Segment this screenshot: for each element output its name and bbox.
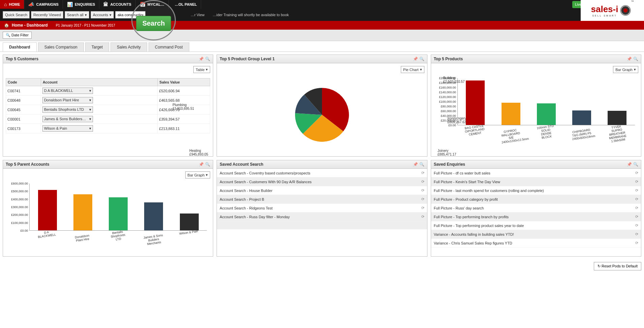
refresh-icon[interactable]: ⟳ (635, 188, 638, 193)
refresh-icon[interactable]: ⟳ (635, 206, 638, 210)
widget-body: Full Picture - df cs water butt sales⟳Fu… (431, 169, 641, 256)
list-item-label: Full Picture - Product category by profi… (434, 197, 498, 201)
search-scope-select[interactable]: Search all (65, 11, 89, 19)
reset-pods-button[interactable]: ↻ Reset Pods to Default (594, 262, 641, 270)
quick-search-button[interactable]: Quick Search (3, 11, 30, 19)
list-item-label: Full Picture - Russ' day search (434, 206, 484, 210)
zoom-icon[interactable]: 🔍 (205, 57, 210, 61)
bars (457, 78, 635, 125)
nav-item-home[interactable]: ⌂HOME (0, 0, 24, 9)
table-row: C00001 James & Sons Builders… £359,394.5… (6, 114, 210, 124)
list-item[interactable]: Account Search - Project B⟳ (217, 195, 427, 204)
list-item[interactable]: Full Picture - Russ' day search⟳ (431, 204, 641, 212)
bar[interactable] (180, 214, 199, 230)
search-button[interactable]: Search (136, 16, 171, 31)
col-header: Code (6, 78, 41, 86)
refresh-icon[interactable]: ⟳ (421, 188, 424, 193)
refresh-icon[interactable]: ⟳ (421, 206, 424, 210)
list-item[interactable]: Account Search - House Builder⟳ (217, 186, 427, 195)
account-dropdown[interactable]: Bentalls Shopfronts LTD (42, 106, 93, 113)
pin-icon[interactable]: 📌 (199, 57, 204, 61)
refresh-icon[interactable]: ⟳ (635, 241, 638, 245)
zoom-icon[interactable]: 🔍 (419, 57, 424, 61)
refresh-icon[interactable]: ⟳ (635, 179, 638, 184)
list-item-label: Account Search - Ridgeons Test (220, 206, 272, 210)
x-label: BAG CASTLE O/PORTLAND CEMENT (464, 124, 486, 140)
list-item[interactable]: Full Picture - df cs water butt sales⟳ (431, 169, 641, 177)
pin-icon[interactable]: 📌 (199, 162, 204, 167)
date-filter-button[interactable]: 🔍 Date Filter (3, 32, 32, 39)
bar[interactable] (38, 190, 57, 230)
refresh-icon[interactable]: ⟳ (635, 232, 638, 236)
logo-text: sales-i (591, 4, 618, 14)
list-item[interactable]: Account Search - Customers With 90 Day A… (217, 177, 427, 186)
nav-item-accounts[interactable]: 🏛ACCOUNTS (99, 0, 135, 9)
list-item[interactable]: Variance - Chris Samuel Sales Rep figure… (431, 239, 641, 248)
account-dropdown[interactable]: D A BLACKWELL (42, 88, 93, 94)
tab-target[interactable]: Target (85, 42, 109, 52)
view-select[interactable]: Bar Graph (185, 171, 211, 178)
pin-icon[interactable]: 📌 (627, 162, 632, 167)
zoom-icon[interactable]: 🔍 (419, 162, 424, 167)
nav-label: ACCOUNTS (110, 2, 131, 6)
refresh-icon[interactable]: ⟳ (421, 215, 424, 219)
bar[interactable] (466, 80, 485, 125)
zoom-icon[interactable]: 🔍 (633, 162, 638, 167)
tab-sales-comparison[interactable]: Sales Comparison (38, 42, 84, 52)
cell-code: C00001 (6, 114, 41, 124)
list-item[interactable]: Full Picture - Top performing product sa… (431, 221, 641, 230)
x-label: Wilson & Pain (178, 229, 200, 245)
y-tick: £20,000.00 (441, 119, 456, 122)
home-icon[interactable]: 🏠 (4, 23, 9, 28)
nav-item-olpanel[interactable]: …OL PANEL (169, 0, 201, 9)
view-select[interactable]: Pie Chart (401, 66, 424, 73)
bar[interactable] (144, 202, 163, 230)
bar[interactable] (73, 194, 92, 230)
bar[interactable] (537, 103, 556, 125)
pin-icon[interactable]: 📌 (627, 57, 632, 61)
recently-viewed-button[interactable]: Recently Viewed (31, 11, 63, 19)
bar[interactable] (608, 111, 626, 125)
zoom-icon[interactable]: 🔍 (205, 162, 210, 167)
list-item[interactable]: Full Picture - Top performing branch by … (431, 212, 641, 221)
account-dropdown[interactable]: Donaldson Plant Hire (42, 97, 93, 103)
bar[interactable] (572, 110, 591, 125)
y-axis: £200,000.00£180,000.00£160,000.00£140,00… (434, 78, 457, 125)
bar[interactable] (502, 103, 520, 125)
x-label: James & Sons Builders Merchants (143, 233, 164, 245)
refresh-icon[interactable]: ⟳ (635, 171, 638, 175)
list-item[interactable]: Account Search - Coventry based customer… (217, 169, 427, 177)
account-dropdown[interactable]: Wilson & Pain (42, 125, 93, 132)
refresh-icon[interactable]: ⟳ (635, 197, 638, 201)
nav-item-campaigns[interactable]: 📣CAMPAIGNS (24, 0, 63, 9)
tab-sales-activity[interactable]: Sales Activity (110, 42, 147, 52)
view-select[interactable]: Table (193, 66, 210, 73)
refresh-icon[interactable]: ⟳ (635, 223, 638, 228)
list-item[interactable]: Account Search - Russ Day filter - Monda… (217, 212, 427, 221)
refresh-icon[interactable]: ⟳ (421, 171, 424, 175)
refresh-icon[interactable]: ⟳ (421, 197, 424, 201)
x-label: CHIPBOARD T&G (M/R) P5 2400x600x18mm (571, 128, 592, 140)
page-title: Home - Dashboard (12, 23, 48, 28)
tab-command-post[interactable]: Command Post (149, 42, 189, 52)
list-item[interactable]: Full Picture - last month spend for cust… (431, 186, 641, 195)
cell-account: Donaldson Plant Hire (41, 96, 158, 105)
list-item[interactable]: Account Search - Ridgeons Test⟳ (217, 204, 427, 212)
nav-item-enquiries[interactable]: 📊ENQUIRIES (63, 0, 100, 9)
zoom-icon[interactable]: 🔍 (633, 57, 638, 61)
logo-scope-icon (620, 5, 631, 16)
tab-dashboard[interactable]: Dashboard (3, 42, 37, 52)
widget-tools: 📌🔍 (413, 57, 424, 61)
list-item[interactable]: Full Picture - Kevin's Start The Day Vie… (431, 177, 641, 186)
bar[interactable] (109, 197, 128, 230)
refresh-icon[interactable]: ⟳ (421, 179, 424, 184)
refresh-icon[interactable]: ⟳ (635, 215, 638, 219)
pin-icon[interactable]: 📌 (413, 162, 418, 167)
cell-value: £359,394.57 (158, 114, 210, 124)
view-select[interactable]: Bar Graph (613, 66, 638, 73)
list-item[interactable]: Variance - Accounts falling in building … (431, 230, 641, 239)
list-item[interactable]: Full Picture - Product category by profi… (431, 195, 641, 204)
account-dropdown[interactable]: James & Sons Builders… (42, 116, 93, 122)
pin-icon[interactable]: 📌 (413, 57, 418, 61)
search-type-select[interactable]: Accounts (91, 11, 114, 19)
